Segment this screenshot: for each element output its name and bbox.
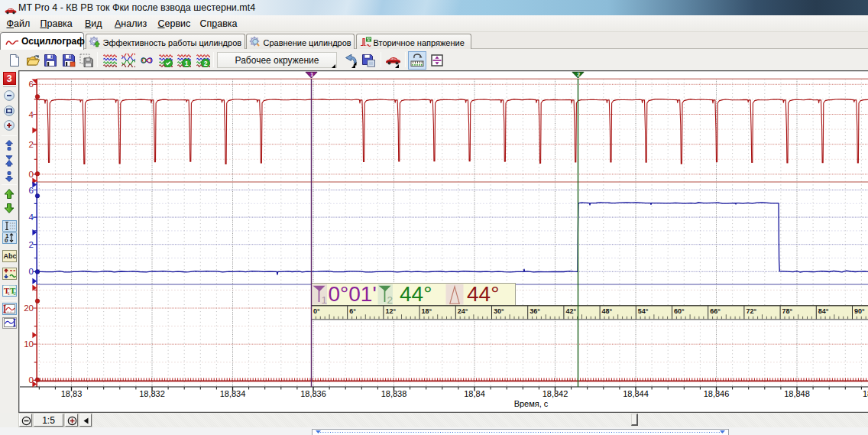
svg-text:4: 4 [29,213,34,222]
svg-text:Abc: Abc [3,252,16,260]
svg-text:24°: 24° [458,307,468,315]
svg-text:18,844: 18,844 [623,389,649,398]
svg-text:66°: 66° [710,307,721,315]
svg-text:18,85: 18,85 [863,389,868,398]
svg-text:18,842: 18,842 [542,389,568,398]
svg-text:18,838: 18,838 [381,389,407,398]
svg-text:84°: 84° [818,307,829,315]
svg-text:0: 0 [5,237,8,243]
svg-text:Время, с: Время, с [514,399,549,408]
svg-text:18,848: 18,848 [784,389,810,398]
svg-text:60°: 60° [674,307,685,315]
svg-text:10: 10 [24,339,34,349]
svg-text:48°: 48° [602,307,613,315]
svg-text:2: 2 [387,294,394,306]
svg-text:6: 6 [29,80,34,89]
svg-text:2: 2 [577,72,580,77]
svg-text:4: 4 [29,110,34,119]
svg-text:2: 2 [13,291,16,296]
svg-text:18°: 18° [422,307,432,315]
svg-text:44°: 44° [467,282,499,306]
svg-text:0: 0 [29,170,34,179]
svg-text:18,832: 18,832 [139,389,165,398]
svg-text:6°: 6° [349,307,356,315]
svg-text:90°: 90° [854,307,865,315]
svg-text:44°: 44° [400,282,432,306]
svg-text:18,836: 18,836 [300,389,326,398]
svg-text:2: 2 [29,240,34,249]
svg-text:18,846: 18,846 [704,389,730,398]
svg-text:72°: 72° [746,307,756,315]
svg-text:78°: 78° [782,307,793,315]
svg-text:0°01': 0°01' [329,282,377,306]
svg-text:18,84: 18,84 [464,389,485,398]
svg-text:20: 20 [24,304,34,313]
svg-text:36°: 36° [530,307,540,315]
svg-text:18,83: 18,83 [61,389,83,398]
svg-text:0°: 0° [313,307,320,315]
svg-text:2: 2 [203,60,207,67]
svg-text:42°: 42° [565,307,576,315]
svg-text:1: 1 [185,60,189,67]
svg-text:1: 1 [310,72,313,77]
svg-text:30°: 30° [494,307,504,315]
svg-text:1: 1 [322,294,328,306]
svg-text:18,834: 18,834 [220,389,246,398]
svg-text:0: 0 [29,267,34,276]
svg-text:54°: 54° [638,307,649,315]
svg-text:12°: 12° [385,307,396,315]
svg-text:2: 2 [29,140,34,149]
